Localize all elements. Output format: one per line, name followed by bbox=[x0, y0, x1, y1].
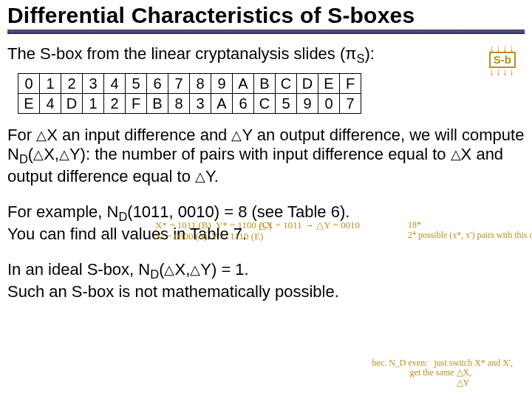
triangle-icon: △ bbox=[59, 147, 69, 163]
p1-text: Y. bbox=[205, 167, 219, 185]
sbox-table: 0 1 2 3 4 5 6 7 8 9 A B C D E F E 4 D bbox=[18, 73, 361, 114]
paragraph-3: In an ideal S-box, ND(△X,△Y) = 1. Such a… bbox=[7, 260, 525, 301]
p1-text: For bbox=[7, 126, 36, 144]
sbox-value-row: E 4 D 1 2 F B 8 3 A 6 C 5 9 0 7 bbox=[18, 94, 361, 114]
p1-text: X, bbox=[44, 145, 59, 163]
handwritten-note-c: 18* 2⁴ possible (x*, x') pairs with this… bbox=[408, 220, 532, 241]
triangle-icon: △ bbox=[195, 169, 205, 185]
arrows-down-icon: ↓↓↓↓ bbox=[489, 68, 516, 75]
sbox-cell: E bbox=[318, 74, 340, 94]
handwritten-note-b: △X = 1011 → △Y = 0010 bbox=[259, 220, 360, 231]
sbox-cell: 6 bbox=[147, 74, 168, 94]
sbox-cell: 2 bbox=[61, 74, 83, 94]
slide: Differential Characteristics of S-boxes … bbox=[0, 0, 532, 399]
sbox-cell: E bbox=[18, 94, 40, 114]
sbox-cell: B bbox=[254, 74, 276, 94]
p2-text: (1011, 0010) = 8 (see Table 6). bbox=[127, 202, 349, 221]
p3-text: Such an S-box is not mathematically poss… bbox=[7, 282, 339, 301]
intro-line: The S-box from the linear cryptanalysis … bbox=[7, 44, 525, 66]
triangle-icon: △ bbox=[190, 262, 200, 278]
sbox-cell: B bbox=[147, 94, 168, 114]
sbox-cell: 7 bbox=[168, 74, 190, 94]
intro-suffix: ): bbox=[364, 44, 374, 63]
sbox-cell: 1 bbox=[40, 74, 61, 94]
paragraph-1: For △X an input difference and △Y an out… bbox=[7, 126, 525, 186]
p1-text: Y): the number of pairs with input diffe… bbox=[69, 145, 451, 163]
sbox-cell: 4 bbox=[104, 74, 126, 94]
sbox-cell: C bbox=[276, 74, 297, 94]
subscript-d: D bbox=[150, 267, 159, 281]
p3-text: ( bbox=[159, 260, 164, 279]
sbox-cell: 5 bbox=[126, 74, 147, 94]
triangle-icon: △ bbox=[33, 147, 44, 163]
sbox-table-wrap: 0 1 2 3 4 5 6 7 8 9 A B C D E F E 4 D bbox=[18, 73, 361, 114]
sbox-cell: F bbox=[126, 94, 147, 114]
p1-text: ( bbox=[28, 145, 33, 163]
handwritten-note-d: bec. N_D even: just switch X* and X', ge… bbox=[372, 358, 513, 389]
p1-text: X an input difference and bbox=[47, 126, 231, 144]
sbox-diagram-icon: ↓↓↓↓ S-b ↓↓↓↓ bbox=[489, 44, 516, 75]
sbox-header-row: 0 1 2 3 4 5 6 7 8 9 A B C D E F bbox=[18, 74, 361, 94]
sbox-cell: A bbox=[233, 74, 254, 94]
sbox-cell: D bbox=[61, 94, 83, 114]
sbox-cell: 1 bbox=[83, 94, 104, 114]
intro-subscript: S bbox=[356, 52, 364, 65]
arrows-down-icon: ↓↓↓↓ bbox=[489, 44, 516, 52]
triangle-icon: △ bbox=[164, 262, 174, 278]
sbox-cell: 9 bbox=[211, 74, 233, 94]
sbox-cell: 6 bbox=[233, 94, 254, 114]
sbox-cell: 8 bbox=[168, 94, 190, 114]
intro-prefix: The S-box from the linear cryptanalysis … bbox=[7, 44, 356, 63]
sbox-cell: 9 bbox=[297, 94, 318, 114]
p3-text: In an ideal S-box, N bbox=[7, 260, 150, 279]
sbox-cell: 2 bbox=[104, 94, 126, 114]
sbox-cell: 8 bbox=[190, 74, 211, 94]
sbox-cell: F bbox=[340, 74, 361, 94]
handwritten-note-a: X* = 1011 (B) Y* = 1100 (C) X' = 0000 (0… bbox=[155, 220, 272, 242]
sbox-cell: A bbox=[211, 94, 233, 114]
p3-text: Y) = 1. bbox=[200, 260, 248, 279]
triangle-icon: △ bbox=[36, 128, 47, 143]
sbox-cell: 3 bbox=[190, 94, 211, 114]
sbox-cell: 4 bbox=[40, 94, 61, 114]
sbox-cell: C bbox=[254, 94, 276, 114]
sbox-cell: 5 bbox=[276, 94, 297, 114]
page-title: Differential Characteristics of S-boxes bbox=[7, 3, 525, 28]
triangle-icon: △ bbox=[451, 147, 461, 163]
sbox-cell: D bbox=[297, 74, 318, 94]
title-underline bbox=[7, 30, 525, 34]
p2-text: For example, N bbox=[7, 202, 118, 221]
sbox-cell: 0 bbox=[318, 94, 340, 114]
subscript-d: D bbox=[118, 211, 127, 224]
p3-text: X, bbox=[174, 260, 190, 279]
sbox-cell: 7 bbox=[340, 94, 361, 114]
triangle-icon: △ bbox=[231, 128, 242, 143]
subscript-d: D bbox=[19, 153, 28, 166]
sbox-cell: 3 bbox=[83, 74, 104, 94]
sbox-cell: 0 bbox=[18, 74, 40, 94]
